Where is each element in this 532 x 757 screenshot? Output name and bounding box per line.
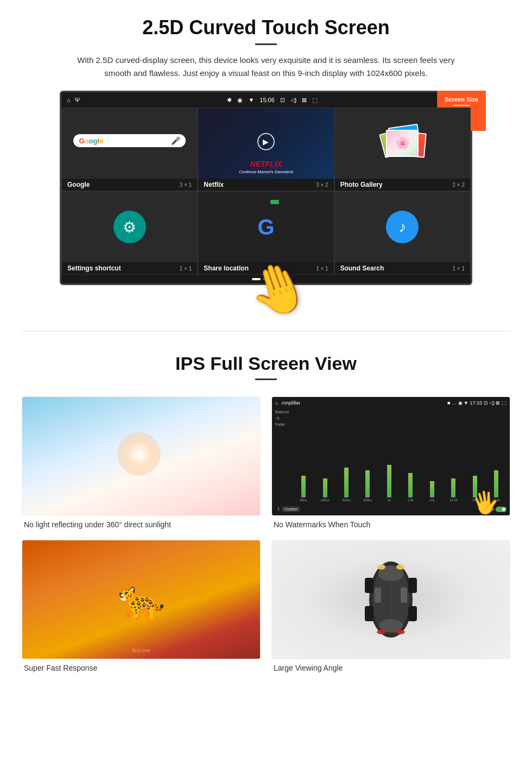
cheetah-bg: 🐆 Seicane [22,540,260,659]
settings-app-cell[interactable]: ⚙ Settings shortcut 1 × 1 [61,191,198,275]
photo-app-name: Photo Gallery [340,181,383,188]
ips-grid: No light reflecting under 360° direct su… [22,396,510,672]
amp-title: Amplifier [281,400,300,406]
amp-main: Balance ◁) Fader 60hz 100hz [275,408,506,504]
ips-image-cheetah: 🐆 Seicane [22,540,261,659]
ips-image-sky [22,396,261,516]
amp-bar-1k: 1k [379,465,399,502]
amp-eq: 60hz 100hz 200hz [293,408,506,504]
google-logo: Google [79,137,103,145]
title-underline-2 [255,379,277,380]
sound-app-size: 1 × 1 [452,266,465,272]
settings-label-row: Settings shortcut 1 × 1 [62,262,197,274]
google-app-size: 3 × 1 [180,182,192,188]
svg-rect-10 [365,578,373,593]
status-bar-left: ⌂ Ψ [67,97,80,103]
sound-search-cell[interactable]: ♪ Sound Search 1 × 1 [334,191,471,275]
amp-bar-500: 500hz [358,470,378,502]
balance-label: Balance [275,410,289,414]
google-label-row: Google 3 × 1 [62,179,197,191]
google-app-name: Google [67,181,90,188]
sound-icon: ♪ [386,211,419,243]
custom-button[interactable]: Custom [282,506,300,512]
mic-icon[interactable]: 🎤 [171,136,180,145]
touch-hand-wrapper: 🤚 [248,261,308,318]
amp-bar-2k5: 2.5k [401,473,421,502]
amp-bar-10k: 10k [422,481,442,502]
sound-label-row: Sound Search 1 × 1 [335,262,470,274]
amp-header: ⌂ Amplifier ■ … ◉ ▼ 17:33 ⊡ ◁) ⊠ ⬚ [275,400,506,406]
share-app-size: 1 × 1 [316,266,328,272]
amp-nav-left[interactable]: 《 [275,506,280,512]
settings-app-size: 1 × 1 [180,266,192,272]
amp-bar-item-6 [408,473,413,497]
share-location-inner: G [198,192,333,262]
volume-icon: ◁) [290,97,297,104]
usb-icon: Ψ [75,97,80,103]
ips-image-amp: ⌂ Amplifier ■ … ◉ ▼ 17:33 ⊡ ◁) ⊠ ⬚ Balan… [271,396,510,516]
google-search-bar[interactable]: Google 🎤 [73,134,185,147]
badge-line [453,105,470,106]
ips-caption-car: Large Viewing Angle [271,664,510,672]
photo-gallery-cell[interactable]: 🌸 Photo Gallery 2 × 2 [334,108,471,191]
section2-title: IPS Full Screen View [22,353,510,374]
ips-item-amp: ⌂ Amplifier ■ … ◉ ▼ 17:33 ⊡ ◁) ⊠ ⬚ Balan… [271,396,510,529]
svg-rect-5 [401,588,407,603]
x-icon: ⊠ [302,97,307,104]
netflix-app-name: Netflix [204,181,224,188]
photo-thumb-main: 🌸 [386,130,419,157]
photo-gallery-inner: 🌸 [335,108,470,179]
amp-time: 17:33 [470,400,482,406]
touch-hand-icon: 🤚 [240,252,316,326]
svg-rect-13 [408,606,417,621]
amp-bar-60: 60hz [293,476,313,502]
sky-bg [22,397,260,515]
amp-bar-item-2 [323,478,327,497]
amp-bar-100: 100hz [315,478,335,502]
amp-bar-item-7 [430,481,434,497]
photo-label-row: Photo Gallery 2 × 2 [335,179,470,191]
amp-left-panel: Balance ◁) Fader [275,408,289,504]
amp-bar-item-4 [365,470,370,497]
netflix-subtitle: Continue Marvel's Daredevil [202,169,329,174]
time-display: 15:06 [259,97,275,103]
svg-point-9 [396,630,405,634]
home-icon[interactable]: ⌂ [67,97,71,103]
fader-label: Fader [275,422,289,426]
location-icon: ◉ [237,97,243,104]
device-mockup: Screen Size 9" ⌂ Ψ ✱ ◉ ▼ 15:06 ⊡ ◁) ⊠ [52,91,480,285]
photo-app-size: 2 × 2 [452,182,465,188]
svg-rect-4 [375,588,381,603]
ips-item-car: Large Viewing Angle [271,540,510,672]
signal-icon: ▼ [248,97,254,103]
photo-stack: 🌸 [386,130,419,157]
ips-item-cheetah: 🐆 Seicane Super Fast Response [22,540,261,672]
badge-label: Screen Size [445,96,478,103]
netflix-play-button[interactable]: ▶ [257,133,275,150]
sound-app-name: Sound Search [340,264,384,272]
amp-bar-12k5: 12.5k [444,478,464,502]
netflix-app-size: 3 × 2 [316,182,328,188]
settings-app-inner: ⚙ [62,192,197,262]
ips-item-sky: No light reflecting under 360° direct su… [22,396,261,529]
screen-icon: ⬚ [312,97,318,104]
google-g-icon: G [257,216,274,238]
camera-icon: ⊡ [280,97,285,104]
netflix-label-row: Netflix 3 × 2 [198,179,333,191]
netflix-content: ▶ NETFLIX Continue Marvel's Daredevil [198,108,333,179]
device-screen: ⌂ Ψ ✱ ◉ ▼ 15:06 ⊡ ◁) ⊠ ⬚ [60,91,472,285]
ips-caption-cheetah: Super Fast Response [22,664,261,672]
google-app-cell[interactable]: Google 🎤 Google 3 × 1 [61,108,198,191]
google-g-accent [270,200,279,204]
amp-icons: ■ … ◉ ▼ 17:33 ⊡ ◁) ⊠ ⬚ [447,400,506,406]
settings-icon: ⚙ [113,211,146,243]
flower-icon: 🌸 [387,131,417,156]
cheetah-icon: 🐆 [118,577,165,622]
netflix-app-cell[interactable]: ▶ NETFLIX Continue Marvel's Daredevil Ne… [198,108,334,191]
sun-glow [117,432,161,476]
app-grid-row1: Google 🎤 Google 3 × 1 ▶ NETFLIX [61,108,471,191]
settings-app-name: Settings shortcut [67,264,121,272]
svg-rect-11 [408,578,417,593]
section-ips: IPS Full Screen View No light reflecting… [0,331,532,689]
section-curved-touch: 2.5D Curved Touch Screen With 2.5D curve… [0,0,532,298]
